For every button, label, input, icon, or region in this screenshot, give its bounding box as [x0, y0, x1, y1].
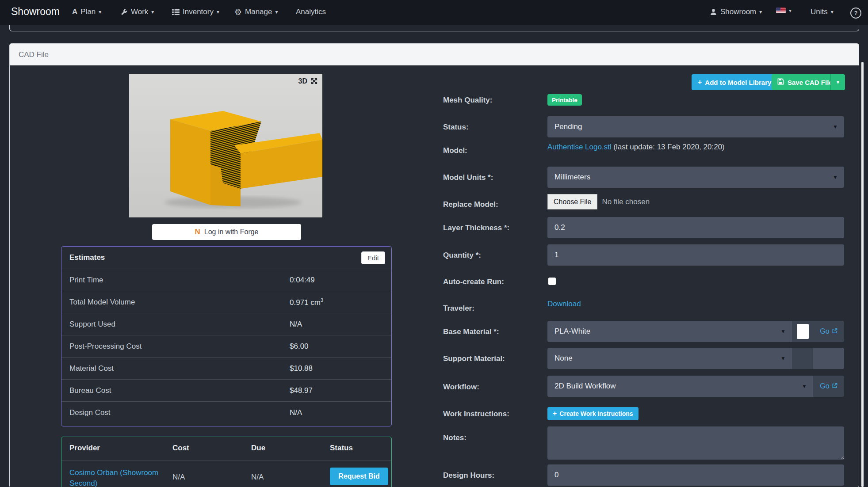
choose-file-button[interactable]: Choose File [547, 194, 597, 209]
plus-icon: + [698, 78, 702, 86]
edit-estimates-button[interactable]: Edit [361, 251, 385, 264]
estimates-title: Estimates [69, 253, 105, 262]
status-select[interactable]: Pending ▼ [547, 116, 844, 137]
workflow-go-link[interactable]: Go [820, 382, 837, 390]
units-menu-label: Units [811, 8, 828, 16]
wrench-icon [120, 8, 128, 16]
work-instructions-label: Work Instructions: [443, 410, 543, 419]
model-info: Authentise Logo.stl (last update: 13 Feb… [547, 143, 725, 152]
user-menu[interactable]: Showroom ▾ [710, 8, 762, 16]
expand-icon[interactable] [310, 77, 318, 85]
floppy-icon [777, 78, 784, 86]
save-cad-file-button[interactable]: Save CAD File [772, 74, 838, 90]
select-caret-icon: ▼ [780, 355, 786, 361]
login-with-forge-button[interactable]: N Log in with Forge [152, 224, 301, 240]
select-caret-icon: ▼ [802, 383, 807, 389]
language-menu[interactable]: ▾ [776, 8, 792, 13]
base-material-select[interactable]: PLA-White ▼ [547, 321, 792, 342]
brand-link[interactable]: Showroom [11, 6, 60, 18]
cad-file-page: Showroom A Plan ▾ Work ▾ Inventory ▾ ⚙ M… [0, 0, 868, 487]
support-material-select[interactable]: None ▼ [547, 348, 792, 369]
model-last-update: (last update: 13 Feb 2020, 20:20) [613, 143, 724, 151]
request-bid-button[interactable]: Request Bid [330, 468, 388, 485]
quantity-input[interactable] [547, 244, 844, 266]
layer-thickness-label: Layer Thickness *: [443, 224, 543, 232]
traveler-download-link[interactable]: Download [547, 300, 581, 308]
font-icon: A [72, 8, 77, 16]
user-icon [710, 8, 717, 16]
column-header: Status [330, 444, 353, 453]
workflow-label: Workflow: [443, 383, 543, 392]
forge-logo-icon: N [195, 228, 200, 236]
base-material-swatch-cell [792, 321, 813, 342]
design-hours-input[interactable] [547, 464, 844, 486]
caret-down-icon: ▾ [99, 9, 101, 15]
file-chosen-status: No file chosen [602, 198, 650, 206]
add-to-model-library-button[interactable]: + Add to Model Library [692, 74, 777, 90]
nav-item-manage[interactable]: ⚙ Manage ▾ [234, 8, 278, 16]
us-flag-icon [776, 8, 786, 13]
provider-cost: N/A [172, 473, 185, 482]
column-header: Cost [172, 444, 189, 453]
workflow-select[interactable]: 2D Build Workflow ▼ [547, 376, 813, 397]
provider-due: N/A [251, 473, 264, 482]
base-material-go-link[interactable]: Go [820, 327, 837, 335]
external-link-icon [832, 327, 837, 335]
model-3d-viewer[interactable]: 3D [129, 74, 322, 217]
base-material-label: Base Material *: [443, 327, 543, 336]
estimate-row: Support Used N/A [61, 313, 391, 335]
model-units-label: Model Units *: [443, 173, 543, 182]
nav-item-inventory[interactable]: Inventory ▾ [172, 8, 219, 16]
forge-button-label: Log in with Forge [204, 228, 259, 236]
printable-badge: Printable [547, 94, 582, 106]
scrollbar[interactable] [861, 62, 864, 487]
question-icon: ? [850, 8, 861, 19]
auto-create-run-checkbox[interactable] [548, 278, 556, 285]
caret-down-icon: ▾ [217, 9, 219, 15]
caret-down-icon: ▾ [837, 80, 839, 85]
3d-badge: 3D [298, 77, 307, 85]
estimate-row: Bureau Cost $48.97 [61, 379, 391, 401]
model-file-link[interactable]: Authentise Logo.stl [547, 143, 612, 151]
base-material-go-cell: Go [813, 321, 844, 342]
save-options-caret-button[interactable]: ▾ [830, 74, 845, 90]
nav-item-analytics[interactable]: Analytics [296, 8, 326, 16]
providers-header-row: Provider Cost Due Status [61, 437, 391, 460]
nav-item-label: Analytics [296, 8, 326, 16]
provider-link[interactable]: Cosimo Orban (Showroom Second) [69, 468, 162, 487]
caret-down-icon: ▾ [759, 9, 762, 15]
nav-item-label: Plan [80, 8, 96, 16]
notes-label: Notes: [443, 434, 543, 442]
design-hours-label: Design Hours: [443, 471, 543, 480]
select-caret-icon: ▼ [780, 328, 786, 335]
nav-item-label: Inventory [183, 8, 214, 16]
create-work-instructions-button[interactable]: + Create Work Instructions [547, 407, 639, 420]
table-row: Cosimo Orban (Showroom Second) N/A N/A R… [61, 460, 391, 487]
model-units-select[interactable]: Millimeters ▼ [547, 167, 844, 188]
estimate-row: Total Model Volume 0.971 cm3 [61, 291, 391, 313]
top-navbar: Showroom A Plan ▾ Work ▾ Inventory ▾ ⚙ M… [0, 0, 868, 25]
layer-thickness-input[interactable] [547, 217, 844, 238]
status-label: Status: [443, 123, 543, 132]
list-icon [172, 9, 180, 15]
replace-model-label: Replace Model: [443, 200, 543, 209]
nav-item-work[interactable]: Work ▾ [120, 8, 154, 16]
estimates-header: Estimates Edit [61, 247, 391, 269]
estimate-row: Post-Processing Cost $6.00 [61, 335, 391, 357]
mesh-quality-label: Mesh Quality: [443, 96, 543, 105]
workflow-go-cell: Go [813, 376, 844, 397]
units-menu[interactable]: Units ▾ [811, 8, 834, 16]
quantity-label: Quantity *: [443, 251, 543, 260]
replace-model-file-input: Choose File No file chosen [547, 194, 650, 209]
column-header: Provider [69, 444, 100, 453]
column-header: Due [251, 444, 265, 453]
estimates-card: Estimates Edit Print Time 0:04:49 Total … [61, 246, 392, 426]
help-button[interactable]: ? [850, 8, 861, 19]
nav-item-plan[interactable]: A Plan ▾ [72, 8, 101, 16]
support-material-label: Support Material: [443, 354, 543, 363]
notes-textarea[interactable] [547, 426, 844, 460]
nav-item-label: Manage [245, 8, 272, 16]
caret-down-icon: ▾ [831, 9, 834, 15]
support-material-swatch-cell [792, 348, 813, 369]
estimate-row: Design Cost N/A [61, 401, 391, 423]
